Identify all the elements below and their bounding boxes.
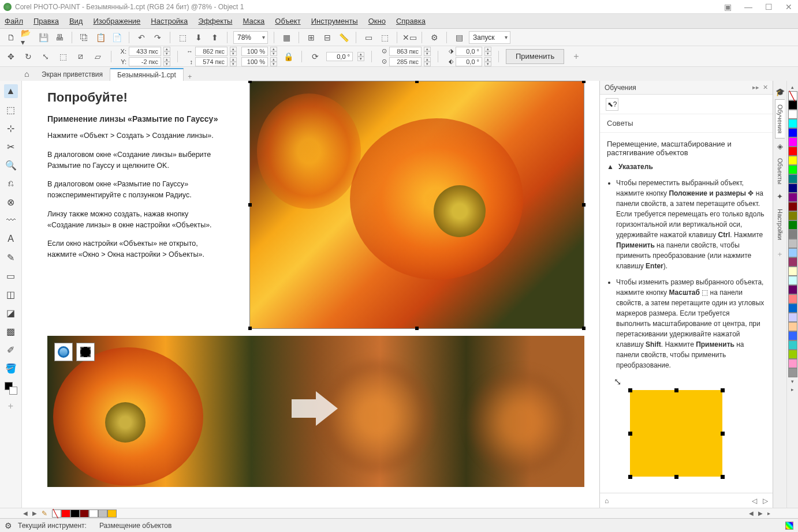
scalex-spinner[interactable]: ▴▾ — [270, 47, 277, 56]
fill-tool[interactable]: 🪣 — [4, 361, 18, 375]
menu-window[interactable]: Окно — [368, 17, 386, 25]
rectangle-tool[interactable]: ▭ — [4, 269, 18, 283]
color-swatch[interactable] — [788, 267, 797, 276]
selection-handle-ne[interactable] — [582, 81, 586, 83]
tab-welcome[interactable]: Экран приветствия — [35, 68, 110, 81]
color-none[interactable]: ╲ — [788, 91, 797, 100]
palette-scroll-right[interactable]: ▶ — [758, 510, 763, 516]
color-swatch[interactable] — [788, 100, 797, 110]
color-swatch[interactable] — [788, 165, 797, 174]
palette-edit-icon[interactable]: ✎ — [42, 509, 47, 518]
color-swatch[interactable] — [788, 350, 797, 359]
color-swatch[interactable] — [788, 147, 797, 156]
fullscreen-button[interactable]: ▦ — [280, 31, 293, 44]
palette-swatch[interactable] — [70, 509, 80, 518]
color-swatch[interactable] — [788, 304, 797, 313]
color-swatch[interactable] — [788, 230, 797, 239]
zoom-select[interactable]: 78% — [233, 31, 268, 44]
selection-handle-e[interactable] — [582, 203, 586, 207]
clone-tool[interactable]: ⎌ — [4, 177, 18, 190]
palette-menu[interactable]: ▸ — [788, 385, 797, 394]
menu-help[interactable]: Справка — [396, 17, 426, 25]
text-tool[interactable]: A — [4, 232, 18, 246]
launch-dropdown[interactable]: Запуск — [469, 31, 510, 44]
menu-effects[interactable]: Эффекты — [198, 17, 232, 25]
color-swatch[interactable] — [788, 220, 797, 230]
docker-collapse-button[interactable]: ▸▸ — [752, 84, 759, 91]
docker-close-button[interactable]: ✕ — [763, 84, 768, 91]
objects-tab-icon[interactable]: ◈ — [775, 141, 785, 151]
skewx-input[interactable]: 0,0 ° — [456, 47, 482, 56]
color-swatch[interactable] — [788, 276, 797, 285]
scalex-input[interactable]: 100 % — [241, 47, 268, 56]
home-icon[interactable]: ⌂ — [24, 69, 29, 78]
color-swatch[interactable] — [788, 137, 797, 147]
color-swatch[interactable] — [788, 257, 797, 267]
selection-handle-sw[interactable] — [248, 327, 252, 330]
zoom-tool[interactable]: 🔍 — [4, 158, 18, 172]
effect-tool[interactable]: ✎ — [4, 250, 18, 264]
height-spinner[interactable]: ▴▾ — [230, 57, 237, 66]
color-swatch[interactable] — [788, 239, 797, 248]
clear-mask-button[interactable]: ✕▭ — [403, 31, 416, 44]
color-swatch[interactable] — [788, 119, 797, 128]
canvas[interactable]: Попробуйте! Применение линзы «Размытие п… — [22, 81, 599, 508]
user-icon[interactable]: ▣ — [722, 2, 734, 12]
export-button[interactable]: ⬇ — [192, 31, 205, 44]
menu-tools[interactable]: Инструменты — [311, 17, 358, 25]
skewy-input[interactable]: 0,0 ° — [456, 57, 482, 66]
menu-adjust[interactable]: Настройка — [151, 17, 188, 25]
add-tab-button[interactable]: + — [184, 73, 196, 81]
paste-button[interactable]: 📋 — [94, 31, 107, 44]
color-swatch[interactable] — [788, 359, 797, 368]
transparency-tool[interactable]: ▩ — [4, 324, 18, 338]
selection-handle-n[interactable] — [415, 81, 419, 83]
color-swatch[interactable] — [788, 248, 797, 257]
color-swatch[interactable] — [788, 110, 797, 119]
color-swatch[interactable] — [788, 174, 797, 183]
open-button[interactable]: 📂▾ — [21, 31, 33, 44]
palette-scroll-down[interactable]: ▾ — [788, 377, 797, 385]
palette-swatch[interactable] — [89, 509, 98, 518]
color-swatch[interactable] — [788, 202, 797, 211]
skew-mode-button[interactable]: ⧄ — [74, 50, 87, 63]
color-swatch[interactable] — [788, 128, 797, 137]
centery-spinner[interactable]: ▴▾ — [424, 57, 431, 66]
palette-swatch[interactable] — [107, 509, 117, 518]
menu-mask[interactable]: Маска — [243, 17, 264, 25]
eyedropper-tool[interactable]: ✐ — [4, 343, 18, 357]
color-swatch[interactable] — [788, 294, 797, 304]
palette-nav-left[interactable]: ◀ — [23, 510, 28, 516]
copy-button[interactable]: ⿻ — [78, 31, 91, 44]
redo-button[interactable]: ↷ — [151, 31, 164, 44]
save-button[interactable]: 💾 — [37, 31, 50, 44]
print-button[interactable]: 🖶 — [53, 31, 66, 44]
rectangle-mask-tool[interactable]: ⬚ — [4, 103, 18, 117]
canvas-object-1[interactable] — [249, 81, 584, 329]
launch-icon[interactable]: ▤ — [453, 31, 465, 44]
palette-flyout[interactable]: ▸ — [767, 510, 770, 516]
mask-marquee-button[interactable]: ⬚ — [378, 31, 391, 44]
close-button[interactable]: ✕ — [783, 2, 795, 12]
size-mode-button[interactable]: ⬚ — [57, 50, 69, 63]
rotate-mode-button[interactable]: ↻ — [22, 50, 35, 63]
lock-ratio-button[interactable]: 🔒 — [282, 50, 294, 63]
dropshadow-tool[interactable]: ◪ — [4, 306, 18, 320]
add-docker-button[interactable]: + — [775, 249, 785, 259]
selection-handle-w[interactable] — [248, 203, 252, 207]
apply-button[interactable]: Применить — [506, 49, 564, 64]
new-button[interactable]: 🗋 — [5, 31, 17, 44]
menu-image[interactable]: Изображение — [93, 17, 140, 25]
status-settings-icon[interactable]: ⚙ — [5, 521, 12, 530]
undo-button[interactable]: ↶ — [135, 31, 148, 44]
color-swatch[interactable] — [788, 156, 797, 165]
height-input[interactable]: 574 пкс — [195, 57, 228, 66]
centerx-spinner[interactable]: ▴▾ — [424, 47, 431, 56]
palette-swatch[interactable] — [61, 509, 70, 518]
color-swatch[interactable] — [788, 313, 797, 322]
learning-tab-icon[interactable]: 🎓 — [775, 87, 785, 97]
selection-handle-s[interactable] — [415, 327, 419, 330]
side-tab-settings[interactable]: Настройки — [775, 204, 785, 245]
grid-button[interactable]: ⊞ — [305, 31, 318, 44]
menu-file[interactable]: Файл — [5, 17, 23, 25]
